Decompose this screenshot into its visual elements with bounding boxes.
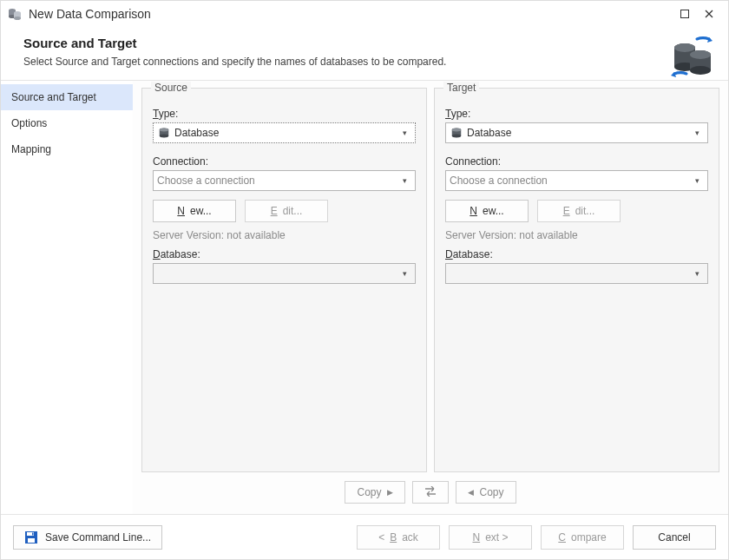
wizard-footer: Save Command Line... < Back Next > Compa… (1, 514, 728, 559)
copy-swap-bar: Copy▶ ◀Copy (141, 472, 719, 507)
svg-point-17 (690, 50, 711, 59)
next-button[interactable]: Next > (449, 525, 532, 550)
svg-point-26 (452, 128, 462, 132)
chevron-down-icon: ▾ (397, 128, 411, 137)
arrow-left-icon: ◀ (468, 488, 474, 497)
svg-point-5 (14, 16, 21, 20)
target-type-label: Type: (445, 108, 708, 120)
target-connection-placeholder: Choose a connection (450, 175, 690, 187)
target-edit-button[interactable]: Edit... (537, 200, 621, 222)
target-new-button[interactable]: New... (445, 200, 529, 222)
window-title: New Data Comparison (29, 7, 151, 21)
source-database-combo[interactable]: ▾ (153, 263, 416, 284)
sidebar-item-label: Options (11, 117, 47, 129)
sidebar-item-options[interactable]: Options (1, 110, 133, 136)
source-type-combo[interactable]: Database ▾ (153, 122, 416, 143)
svg-point-16 (690, 66, 711, 75)
save-command-line-label: Save Command Line... (45, 531, 151, 544)
wizard-header: Source and Target Select Source and Targ… (1, 27, 728, 81)
back-button[interactable]: < Back (357, 525, 440, 550)
copy-to-target-button[interactable]: Copy▶ (345, 481, 405, 504)
target-legend: Target (443, 82, 479, 94)
chevron-down-icon: ▾ (690, 269, 704, 278)
swap-button[interactable] (412, 481, 449, 504)
maximize-button[interactable] (673, 5, 697, 23)
compare-icon (671, 36, 713, 77)
database-icon (450, 126, 463, 140)
source-server-version: Server Version: not available (153, 229, 416, 241)
chevron-down-icon: ▾ (397, 176, 411, 185)
sidebar-item-source-target[interactable]: Source and Target (1, 84, 133, 110)
cancel-button[interactable]: Cancel (633, 525, 716, 550)
page-subtitle: Select Source and Target connections and… (23, 56, 706, 68)
target-panel: Target Type: Database ▾ Connection: Choo… (434, 88, 719, 472)
svg-rect-6 (681, 10, 689, 18)
arrow-right-icon: ▶ (387, 488, 393, 497)
target-type-combo[interactable]: Database ▾ (445, 122, 708, 143)
source-database-label: Database: (153, 248, 416, 260)
svg-point-25 (452, 135, 462, 138)
database-icon (157, 126, 171, 140)
swap-icon (424, 486, 437, 499)
svg-point-13 (674, 43, 695, 52)
close-button[interactable] (697, 5, 721, 23)
chevron-down-icon: ▾ (690, 176, 704, 185)
content-area: Source Type: Database ▾ Connection: Choo… (133, 81, 728, 514)
target-database-combo[interactable]: ▾ (445, 263, 708, 284)
source-legend: Source (151, 82, 191, 94)
svg-rect-29 (28, 538, 35, 543)
wizard-sidebar: Source and Target Options Mapping (1, 81, 133, 514)
target-server-version: Server Version: not available (445, 229, 708, 241)
target-type-value: Database (467, 127, 690, 139)
main-area: Source and Target Options Mapping Source… (1, 81, 728, 514)
sidebar-item-label: Mapping (11, 143, 51, 155)
page-title: Source and Target (23, 36, 706, 50)
source-connection-placeholder: Choose a connection (157, 175, 397, 187)
target-connection-combo[interactable]: Choose a connection ▾ (445, 170, 708, 191)
chevron-down-icon: ▾ (690, 128, 704, 137)
target-database-label: Database: (445, 248, 708, 260)
source-type-label: Type: (153, 108, 416, 120)
source-type-value: Database (174, 127, 397, 139)
chevron-down-icon: ▾ (397, 269, 411, 278)
compare-button[interactable]: Compare (541, 525, 624, 550)
svg-point-22 (160, 128, 169, 132)
sidebar-item-mapping[interactable]: Mapping (1, 136, 133, 162)
save-icon (24, 530, 38, 544)
source-connection-label: Connection: (153, 155, 416, 168)
source-connection-combo[interactable]: Choose a connection ▾ (153, 170, 416, 191)
copy-to-source-button[interactable]: ◀Copy (456, 481, 516, 504)
source-new-button[interactable]: New... (153, 200, 236, 222)
titlebar: New Data Comparison (1, 1, 728, 27)
svg-point-21 (160, 135, 169, 138)
save-command-line-button[interactable]: Save Command Line... (13, 525, 162, 550)
source-panel: Source Type: Database ▾ Connection: Choo… (141, 88, 427, 472)
source-edit-button[interactable]: Edit... (245, 200, 328, 222)
app-icon (8, 7, 22, 21)
svg-rect-30 (32, 532, 34, 535)
sidebar-item-label: Source and Target (11, 91, 96, 103)
target-connection-label: Connection: (445, 155, 708, 168)
